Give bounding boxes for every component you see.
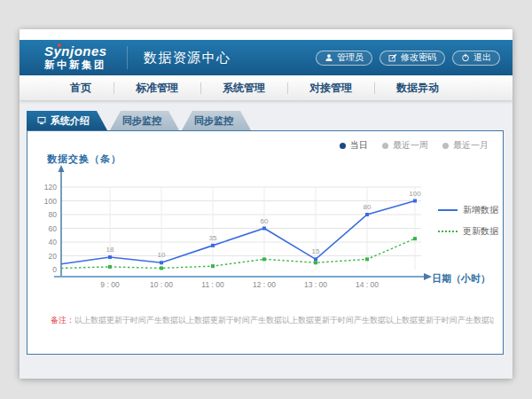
y-tick-label: 60 <box>49 224 58 233</box>
header-action-admin[interactable]: 管理员 <box>316 51 372 66</box>
data-point <box>160 261 163 264</box>
filter-1[interactable]: 最近一周 <box>382 139 428 152</box>
x-tick-label: 14 : 00 <box>356 280 379 289</box>
x-tick-label: 10 : 00 <box>150 280 173 289</box>
tab-0[interactable]: 系统介绍 <box>27 111 107 130</box>
y-tick-label: 0 <box>52 265 57 274</box>
filter-label: 最近一月 <box>453 139 489 152</box>
tab-1[interactable]: 同步监控 <box>110 111 179 130</box>
tab-label: 同步监控 <box>194 114 233 128</box>
data-point-label: 35 <box>209 234 217 242</box>
nav-item-1[interactable]: 标准管理 <box>113 75 200 100</box>
y-tick-label: 40 <box>49 238 58 246</box>
user-icon <box>325 53 333 62</box>
tab-2[interactable]: 同步监控 <box>182 111 251 130</box>
series-line-0 <box>61 201 415 264</box>
radio-dot-icon <box>382 143 388 149</box>
page-title: 数据资源中心 <box>127 46 231 69</box>
nav-item-2[interactable]: 系统管理 <box>200 75 287 100</box>
nav-item-4[interactable]: 数据异动 <box>374 75 461 100</box>
tab-label: 系统介绍 <box>51 114 90 128</box>
radio-dot-icon <box>340 143 346 149</box>
data-point <box>108 265 112 269</box>
logo-text-cn: 新中新集团 <box>44 59 107 71</box>
legend-line-swatch <box>438 209 458 211</box>
y-tick-label: 120 <box>44 183 57 192</box>
page-top-strip <box>20 29 512 40</box>
data-point <box>211 264 215 268</box>
data-point <box>365 213 369 216</box>
data-point-label: 18 <box>106 246 114 254</box>
data-point <box>211 244 215 247</box>
data-point <box>365 257 369 261</box>
x-axis-title: 日期（小时） <box>432 272 490 286</box>
x-tick-label: 12 : 00 <box>253 280 276 289</box>
tab-bar: 系统介绍同步监控同步监控 <box>27 111 251 130</box>
footnote-label: 备注： <box>51 316 74 325</box>
edit-icon <box>388 53 397 62</box>
header-action-label: 退出 <box>473 51 491 64</box>
data-point-label: 60 <box>261 217 269 225</box>
data-point <box>160 266 163 270</box>
legend-label: 新增数据 <box>463 204 498 216</box>
data-point-label: 10 <box>158 251 166 259</box>
data-point <box>108 255 112 259</box>
x-axis-arrow-icon <box>424 273 432 280</box>
monitor-icon <box>37 116 46 125</box>
content-area: 系统介绍同步监控同步监控 当日最近一周最近一月 数据交换（条） 02040608… <box>20 100 512 379</box>
footnote-text: 以上数据更新于时间产生数据以上数据更新于时间产生数据以上数据更新于时间产生数据以… <box>74 316 494 325</box>
chart-legend: 新增数据更新数据 <box>438 204 498 246</box>
header-action-logout[interactable]: 退出 <box>452 51 500 66</box>
radio-dot-icon <box>442 143 449 149</box>
legend-item-1: 更新数据 <box>438 225 498 238</box>
x-tick-label: 9 : 00 <box>100 280 120 289</box>
company-logo[interactable]: Synjones 新中新集团 <box>44 44 107 70</box>
header-action-label: 修改密码 <box>401 51 436 64</box>
main-nav: 首页标准管理系统管理对接管理数据异动 <box>20 75 512 100</box>
legend-line-swatch <box>438 231 458 232</box>
range-filters: 当日最近一周最近一月 <box>340 139 489 152</box>
power-icon <box>461 53 470 62</box>
data-point <box>262 257 266 261</box>
line-chart: 0204060801001209 : 0010 : 0011 : 0012 : … <box>38 163 455 298</box>
data-point-label: 15 <box>312 247 320 255</box>
filter-0[interactable]: 当日 <box>340 139 368 152</box>
y-axis-arrow-icon <box>59 165 65 172</box>
filter-label: 最近一周 <box>393 139 428 152</box>
logo-text-en: Synjones <box>44 44 107 59</box>
header-action-label: 管理员 <box>337 51 364 64</box>
data-point <box>314 257 317 261</box>
data-point <box>413 237 417 240</box>
filter-2[interactable]: 最近一月 <box>442 139 489 152</box>
y-tick-label: 80 <box>49 210 58 219</box>
data-point-label: 80 <box>364 203 372 211</box>
data-point <box>314 261 317 264</box>
data-point-label: 100 <box>409 190 421 198</box>
data-point <box>262 227 266 231</box>
y-tick-label: 100 <box>44 197 57 206</box>
legend-item-0: 新增数据 <box>438 204 498 216</box>
footnote: 备注：以上数据更新于时间产生数据以上数据更新于时间产生数据以上数据更新于时间产生… <box>51 315 494 326</box>
chart-panel: 当日最近一周最近一月 数据交换（条） 0204060801001209 : 00… <box>27 130 504 355</box>
page: Synjones 新中新集团 数据资源中心 管理员修改密码退出 首页标准管理系统… <box>20 29 512 379</box>
y-tick-label: 20 <box>49 252 58 261</box>
header-action-change-password[interactable]: 修改密码 <box>379 51 445 66</box>
series-line-1 <box>61 239 415 268</box>
data-point <box>413 200 417 203</box>
x-tick-label: 13 : 00 <box>304 280 327 289</box>
filter-label: 当日 <box>350 139 368 152</box>
tab-label: 同步监控 <box>122 114 161 128</box>
x-tick-label: 11 : 00 <box>201 280 224 289</box>
header-bar: Synjones 新中新集团 数据资源中心 管理员修改密码退出 <box>20 40 512 75</box>
header-actions: 管理员修改密码退出 <box>316 51 500 66</box>
legend-label: 更新数据 <box>463 225 498 238</box>
nav-item-0[interactable]: 首页 <box>48 75 113 100</box>
nav-item-3[interactable]: 对接管理 <box>287 75 374 100</box>
